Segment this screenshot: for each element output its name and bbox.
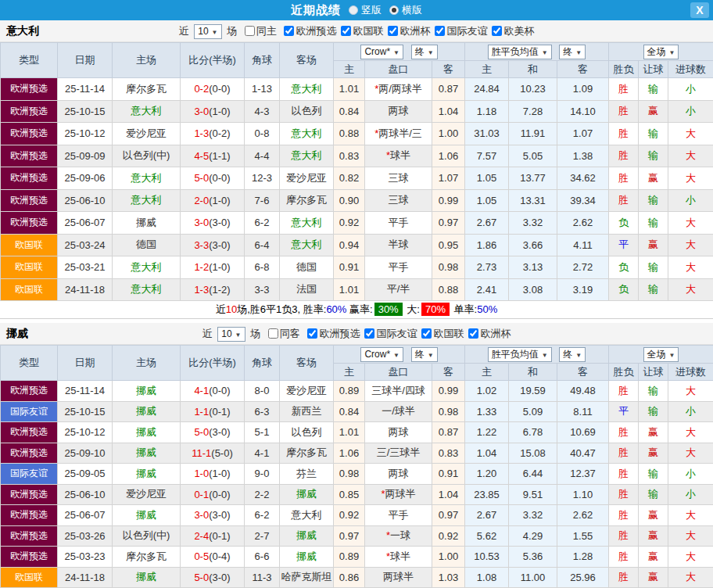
home-team: 以色列(中) xyxy=(113,525,181,547)
league-filter-checkbox[interactable] xyxy=(492,26,502,36)
league-filter-label: 欧国联 xyxy=(353,25,383,37)
halftime-score: (0-0) xyxy=(209,385,230,396)
fulltime-score: 1-3 xyxy=(194,127,209,139)
avg-lose: 2.62 xyxy=(557,505,609,526)
odds-final-select[interactable]: 终▼ xyxy=(411,347,438,362)
odds-away: 0.91 xyxy=(432,464,465,485)
league-filter[interactable]: 欧洲杯 xyxy=(386,25,430,37)
league-filter-checkbox[interactable] xyxy=(364,328,374,339)
same-side-filter[interactable]: 同客 xyxy=(267,328,300,339)
match-date: 25-09-06 xyxy=(58,167,113,190)
league-filter[interactable]: 国际友谊 xyxy=(363,328,417,339)
result-win-lose: 胜 xyxy=(609,145,639,167)
odds-away: 1.04 xyxy=(432,100,465,123)
odds-source-select[interactable]: Crow*▼ xyxy=(360,347,403,362)
league-filter-label: 国际友谊 xyxy=(376,328,417,339)
odds-away: 0.97 xyxy=(432,212,465,235)
league-filter-checkbox[interactable] xyxy=(421,328,432,339)
avg-source-select[interactable]: 胜平负均值▼ xyxy=(488,347,552,362)
odds-home: 0.98 xyxy=(334,464,365,485)
odds-final-select[interactable]: 终▼ xyxy=(411,45,438,59)
avg-win: 1.05 xyxy=(465,189,509,212)
match-row: 欧洲预选 25-03-26 以色列(中) 2-4(0-1) 2-7 挪威 0.9… xyxy=(1,525,713,547)
odds-home: 0.97 xyxy=(334,525,365,547)
league-filter[interactable]: 欧洲杯 xyxy=(467,328,511,339)
league-filter[interactable]: 欧美杯 xyxy=(490,25,534,37)
match-row: 欧国联 24-11-18 意大利 1-3(1-2) 3-3 法国 1.01 平/… xyxy=(1,278,713,301)
matches-table: 类型 日期 主场 比分(半场) 角球 客场 Crow*▼ 终▼ 胜平负均值▼ 终… xyxy=(0,345,713,588)
col-let-goal: 让球 xyxy=(639,61,668,78)
halftime-score: (1-0) xyxy=(209,195,230,206)
match-date: 25-03-24 xyxy=(58,234,113,256)
match-score: 2-0(1-0) xyxy=(181,189,245,212)
avg-draw: 3.13 xyxy=(509,256,557,279)
avg-win: 10.53 xyxy=(465,547,509,568)
league-filter-checkbox[interactable] xyxy=(468,328,478,339)
scope-group-header: 全场▼ xyxy=(609,43,713,61)
col-odds-home: 主 xyxy=(334,61,365,78)
col-home: 主场 xyxy=(113,43,181,78)
match-count-select[interactable]: 10▼ xyxy=(217,327,245,342)
avg-draw: 3.32 xyxy=(509,212,557,235)
avg-final-select[interactable]: 终▼ xyxy=(559,45,586,59)
corners: 2-2 xyxy=(245,484,280,505)
avg-lose: 14.10 xyxy=(557,100,609,123)
result-goals: 小 xyxy=(668,401,713,422)
col-handicap: 盘口 xyxy=(365,364,432,381)
col-let-goal: 让球 xyxy=(639,364,668,381)
avg-win: 2.41 xyxy=(465,278,509,301)
corners: 6-4 xyxy=(245,234,280,256)
home-team: 爱沙尼亚 xyxy=(113,484,181,505)
chevron-down-icon: ▼ xyxy=(575,49,582,56)
avg-draw: 5.05 xyxy=(509,145,557,167)
league-filter-checkbox[interactable] xyxy=(388,26,398,36)
match-count-select[interactable]: 10▼ xyxy=(194,24,221,39)
matches-tbody: 欧洲预选 25-11-14 摩尔多瓦 0-2(0-0) 1-13 意大利 1.0… xyxy=(1,78,713,301)
league-filter[interactable]: 欧国联 xyxy=(339,25,383,37)
layout-vertical-radio[interactable]: 竖版 xyxy=(349,3,382,17)
fulltime-score: 2-0 xyxy=(194,195,209,206)
away-team: 意大利 xyxy=(280,123,334,145)
same-side-checkbox[interactable] xyxy=(268,328,278,339)
scope-select[interactable]: 全场▼ xyxy=(643,347,679,362)
odds-away: 0.99 xyxy=(432,381,465,402)
avg-win: 1.18 xyxy=(465,100,509,123)
match-count-value: 10 xyxy=(198,26,208,37)
league-filter-checkbox[interactable] xyxy=(341,26,351,36)
handicap: 两球半 xyxy=(365,567,432,588)
league-filter-checkbox[interactable] xyxy=(284,26,294,36)
match-row: 国际友谊 25-10-15 挪威 1-1(0-1) 6-3 新西兰 0.84 一… xyxy=(1,401,713,422)
away-team: 以色列 xyxy=(280,100,334,123)
same-side-filter[interactable]: 同主 xyxy=(243,25,277,37)
avg-draw: 11.00 xyxy=(509,567,557,588)
fulltime-score: 11-1 xyxy=(192,447,211,459)
league-filter[interactable]: 欧洲预选 xyxy=(306,328,360,339)
halftime-score: (0-4) xyxy=(209,550,230,562)
close-icon[interactable]: X xyxy=(690,2,709,18)
avg-win: 1.08 xyxy=(465,567,509,588)
odds-source-select[interactable]: Crow*▼ xyxy=(360,45,403,59)
avg-source-select[interactable]: 胜平负均值▼ xyxy=(488,45,552,59)
match-row: 欧洲预选 25-10-12 挪威 5-0(3-0) 5-1 以色列 1.01 两… xyxy=(1,422,713,443)
avg-final-select[interactable]: 终▼ xyxy=(559,347,586,362)
league-filter-checkbox[interactable] xyxy=(435,26,445,36)
match-row: 欧洲预选 25-10-15 意大利 3-0(1-0) 4-3 以色列 0.84 … xyxy=(1,100,713,123)
league-filter-checkbox[interactable] xyxy=(307,328,317,339)
handicap: 三/三球半 xyxy=(365,443,432,464)
handicap-value: 平/半 xyxy=(387,283,410,295)
league-filter[interactable]: 国际友谊 xyxy=(433,25,487,37)
result-goals: 大 xyxy=(668,167,713,190)
col-score: 比分(半场) xyxy=(181,346,245,381)
match-type: 欧洲预选 xyxy=(1,422,58,443)
match-row: 欧国联 25-03-21 意大利 1-2(1-0) 6-8 德国 0.91 平手… xyxy=(1,256,713,279)
same-side-checkbox[interactable] xyxy=(245,26,255,36)
away-team: 意大利 xyxy=(280,145,334,167)
scope-select[interactable]: 全场▼ xyxy=(643,45,679,59)
league-filter[interactable]: 欧国联 xyxy=(420,328,464,339)
handicap: 平手 xyxy=(365,256,432,279)
layout-horizontal-radio[interactable]: 横版 xyxy=(389,3,422,17)
odds-home: 0.89 xyxy=(334,381,365,402)
odds-home: 0.92 xyxy=(334,505,365,526)
col-away: 客场 xyxy=(280,346,334,381)
league-filter[interactable]: 欧洲预选 xyxy=(282,25,336,37)
